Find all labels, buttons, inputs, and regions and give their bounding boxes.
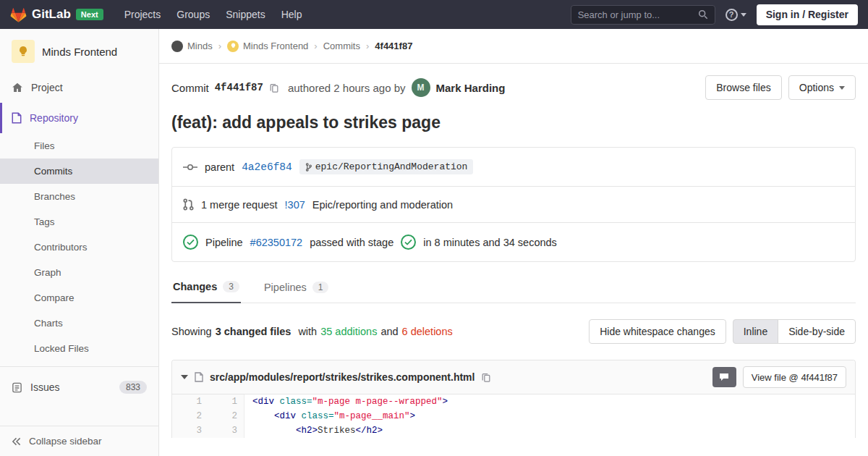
sidebar-project-header[interactable]: Minds Frontend (0, 29, 158, 72)
new-line-number[interactable]: 1 (208, 394, 244, 409)
nav-item-snippets[interactable]: Snippets (218, 1, 273, 28)
sidebar: Minds Frontend Project Repository FilesC… (0, 29, 159, 456)
options-dropdown-button[interactable]: Options (788, 75, 856, 100)
parent-label: parent (205, 161, 234, 173)
breadcrumb-item-minds-frontend[interactable]: Minds Frontend (227, 41, 308, 52)
sidebar-item-tags[interactable]: Tags (0, 209, 158, 235)
pipeline-id-link[interactable]: #62350172 (250, 237, 303, 248)
commit-info-box: parent 4a2e6f84 epic/ReportingAndModerat… (171, 147, 856, 262)
diff-mode-toggle: Inline Side-by-side (733, 319, 856, 344)
changed-files-dropdown[interactable]: 3 changed files (216, 326, 295, 337)
code-line: <div class="m-page__main"> (244, 409, 415, 423)
parent-sha-link[interactable]: 4a2e6f84 (242, 161, 292, 173)
new-line-number[interactable]: 2 (208, 409, 244, 423)
question-icon: ? (726, 9, 738, 21)
merge-request-link[interactable]: !307 (285, 199, 305, 211)
copy-icon[interactable] (481, 372, 491, 383)
sidebar-item-contributors[interactable]: Contributors (0, 235, 158, 260)
sidebar-item-label: Repository (30, 112, 78, 124)
gitlab-logo[interactable]: GitLab Next (10, 7, 103, 23)
breadcrumb-item-commits[interactable]: Commits (323, 41, 360, 51)
code-line: <div class="m-page m-page--wrapped"> (244, 394, 448, 409)
hide-whitespace-button[interactable]: Hide whitespace changes (589, 319, 726, 344)
authored-text: authored 2 hours ago by (288, 82, 406, 94)
tanuki-icon (10, 7, 27, 23)
nav-item-projects[interactable]: Projects (116, 1, 169, 28)
old-line-number[interactable]: 1 (172, 394, 208, 409)
search-placeholder: Search or jump to... (578, 9, 660, 20)
deletions-count: 6 deletions (402, 326, 453, 337)
pipeline-row: Pipeline #62350172 passed with stage in … (172, 222, 855, 261)
branch-name: epic/ReportingAndModeration (315, 161, 468, 172)
author-avatar[interactable]: M (412, 78, 430, 97)
file-path[interactable]: src/app/modules/report/strikes/strikes.c… (210, 371, 475, 383)
navbar-links: Projects Groups Snippets Help (116, 1, 310, 28)
old-line-number[interactable]: 3 (172, 423, 208, 438)
breadcrumb-separator: › (366, 41, 369, 51)
breadcrumb-item-minds[interactable]: Minds (171, 41, 213, 52)
repository-subnav: FilesCommitsBranchesTagsContributorsGrap… (0, 133, 158, 361)
commit-header-row: Commit 4f441f87 authored 2 hours ago by … (159, 64, 868, 100)
page-layout: Minds Frontend Project Repository FilesC… (0, 29, 868, 456)
with-label: with (298, 326, 317, 337)
minds-avatar (171, 41, 183, 52)
showing-label: Showing (171, 326, 212, 337)
toggle-comments-button[interactable] (712, 367, 736, 387)
breadcrumb: Minds › Minds Frontend › Commits › 4f441… (159, 29, 868, 64)
tab-pipelines[interactable]: Pipelines 1 (263, 281, 331, 303)
sidebar-divider (0, 366, 158, 367)
tab-label: Changes (173, 281, 217, 292)
merge-request-row: 1 merge request !307 Epic/reporting and … (172, 186, 855, 222)
search-input[interactable]: Search or jump to... (571, 5, 715, 25)
tab-changes[interactable]: Changes 3 (171, 281, 241, 303)
pipeline-status-icon[interactable] (183, 235, 198, 250)
inline-view-button[interactable]: Inline (733, 319, 778, 344)
side-by-side-view-button[interactable]: Side-by-side (778, 319, 856, 344)
additions-count: 35 additions (320, 326, 377, 337)
collapse-diff-icon[interactable] (181, 375, 188, 379)
sidebar-item-commits[interactable]: Commits (0, 159, 158, 184)
commit-sha: 4f441f87 (215, 82, 263, 93)
new-line-number[interactable]: 3 (208, 423, 244, 438)
double-chevron-left-icon (12, 437, 21, 446)
sidebar-item-issues[interactable]: Issues 833 (0, 371, 158, 403)
top-navbar: GitLab Next Projects Groups Snippets Hel… (0, 0, 868, 29)
old-line-number[interactable]: 2 (172, 409, 208, 423)
stage-status-icon[interactable] (401, 235, 416, 250)
branch-ref-badge[interactable]: epic/ReportingAndModeration (299, 159, 474, 174)
help-menu[interactable]: ? (726, 9, 746, 21)
sidebar-item-label: Project (31, 82, 63, 93)
sidebar-item-files[interactable]: Files (0, 133, 158, 159)
sidebar-item-graph[interactable]: Graph (0, 260, 158, 285)
nav-item-groups[interactable]: Groups (169, 1, 218, 28)
pipeline-label: Pipeline (205, 237, 243, 248)
diff-line: 11<div class="m-page m-page--wrapped"> (172, 394, 855, 409)
sign-in-button[interactable]: Sign in / Register (757, 4, 858, 25)
code-line: <h2>Strikes</h2> (244, 423, 383, 438)
breadcrumb-item-sha: 4f441f87 (375, 41, 412, 51)
browse-files-button[interactable]: Browse files (705, 75, 781, 100)
sidebar-item-locked-files[interactable]: Locked Files (0, 336, 158, 361)
view-file-button[interactable]: View file @ 4f441f87 (743, 366, 846, 388)
navbar-right: Search or jump to... ? Sign in / Registe… (571, 4, 858, 25)
sidebar-item-repository[interactable]: Repository (0, 103, 158, 133)
sidebar-item-branches[interactable]: Branches (0, 184, 158, 209)
options-label: Options (799, 82, 834, 93)
sidebar-item-label: Issues (30, 381, 59, 393)
commit-title: (feat): add appeals to strikes page (171, 113, 856, 132)
breadcrumb-separator: › (314, 41, 317, 51)
issues-count-badge: 833 (119, 381, 147, 394)
breadcrumb-label: Commits (323, 41, 360, 51)
copy-icon[interactable] (269, 83, 279, 93)
nav-item-help[interactable]: Help (273, 1, 310, 28)
sidebar-item-charts[interactable]: Charts (0, 311, 158, 336)
diff-file-header: src/app/modules/report/strikes/strikes.c… (172, 360, 855, 394)
sidebar-item-project[interactable]: Project (0, 72, 158, 103)
author-name[interactable]: Mark Harding (436, 82, 506, 94)
next-badge: Next (76, 9, 103, 20)
sidebar-item-compare[interactable]: Compare (0, 285, 158, 311)
diff-lines: 11<div class="m-page m-page--wrapped">22… (172, 394, 855, 438)
chevron-down-icon (741, 13, 746, 17)
collapse-sidebar-button[interactable]: Collapse sidebar (0, 426, 158, 456)
branch-icon (305, 163, 312, 172)
